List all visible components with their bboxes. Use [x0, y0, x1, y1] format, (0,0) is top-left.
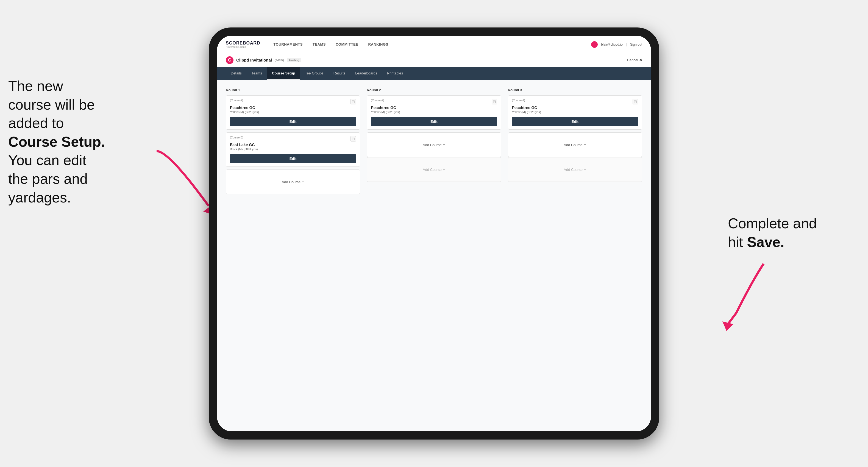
user-avatar [591, 41, 598, 48]
round2-course-a-delete-button[interactable]: ⊡ [492, 99, 497, 104]
right-annotation: Complete and hit Save. [728, 214, 860, 251]
arrow-right-icon [692, 258, 775, 335]
scoreboard-logo: SCOREBOARD Powered by clippd [226, 41, 260, 48]
tablet-screen: SCOREBOARD Powered by clippd TOURNAMENTS… [217, 36, 651, 431]
round1-course-b-delete-button[interactable]: ⊡ [350, 136, 356, 142]
round2-add-course-disabled-text: Add Course + [423, 167, 445, 172]
round1-course-b-header: (Course B) ⊡ [230, 136, 356, 142]
round2-add-course-active-text: Add Course + [423, 142, 445, 147]
round1-course-a-edit-button[interactable]: Edit [230, 117, 356, 126]
round1-course-a-header: (Course A) ⊡ [230, 99, 356, 104]
tab-details[interactable]: Details [226, 67, 247, 80]
round2-add-course-disabled: Add Course + [367, 157, 501, 182]
round-2-label: Round 2 [367, 88, 501, 92]
nav-item-teams[interactable]: TEAMS [313, 41, 326, 48]
round1-course-a-tee: Yellow (M) (6629 yds) [230, 111, 356, 114]
tournament-info: C Clippd Invitational (Men) Hosting [226, 56, 301, 64]
nav-separator: | [626, 42, 627, 46]
round3-course-a-tee: Yellow (M) (6629 yds) [512, 111, 638, 114]
nav-right: blair@clippd.io | Sign out [591, 41, 642, 48]
nav-item-committee[interactable]: COMMITTEE [336, 41, 359, 48]
round-1-column: Round 1 (Course A) ⊡ Peachtree GC Yellow… [226, 88, 360, 194]
tab-leaderboard[interactable]: Leaderboards [350, 67, 382, 80]
rounds-grid: Round 1 (Course A) ⊡ Peachtree GC Yellow… [226, 88, 642, 194]
clippd-logo: C [226, 56, 234, 64]
round1-course-a-label: (Course A) [230, 99, 243, 102]
round2-add-course-active-button[interactable]: Add Course + [367, 132, 501, 157]
round1-course-b-card: (Course B) ⊡ East Lake GC Black (M) (689… [226, 132, 360, 167]
nav-item-rankings[interactable]: RANKINGS [368, 41, 388, 48]
main-content: Round 1 (Course A) ⊡ Peachtree GC Yellow… [217, 80, 651, 431]
round-3-label: Round 3 [508, 88, 642, 92]
tab-bar: Details Teams Course Setup Tee Groups Re… [217, 67, 651, 80]
user-email: blair@clippd.io [601, 42, 623, 46]
tab-course-setup[interactable]: Course Setup [267, 67, 300, 80]
tab-teams[interactable]: Teams [247, 67, 267, 80]
round1-course-b-label: (Course B) [230, 136, 243, 139]
round2-course-a-tee: Yellow (M) (6629 yds) [371, 111, 497, 114]
cancel-x-icon: ✕ [639, 58, 642, 62]
round1-course-b-edit-button[interactable]: Edit [230, 154, 356, 163]
round2-course-a-header: (Course A) ⊡ [371, 99, 497, 104]
tab-results[interactable]: Results [329, 67, 350, 80]
tablet-device: SCOREBOARD Powered by clippd TOURNAMENTS… [209, 28, 659, 439]
left-annotation: The new course will be added to Course S… [8, 77, 167, 207]
round3-course-a-edit-button[interactable]: Edit [512, 117, 638, 126]
round3-add-course-disabled: Add Course + [508, 157, 642, 182]
cancel-button[interactable]: Cancel ✕ [627, 58, 642, 62]
round3-course-a-name: Peachtree GC [512, 105, 638, 110]
svg-marker-1 [722, 321, 734, 331]
brand-name: SCOREBOARD [226, 41, 260, 45]
round2-course-a-edit-button[interactable]: Edit [371, 117, 497, 126]
nav-item-tournaments[interactable]: TOURNAMENTS [274, 41, 303, 48]
top-nav: SCOREBOARD Powered by clippd TOURNAMENTS… [217, 36, 651, 53]
round1-add-course-text: Add Course + [282, 179, 304, 184]
round-2-column: Round 2 (Course A) ⊡ Peachtree GC Yellow… [367, 88, 501, 194]
round2-course-a-label: (Course A) [371, 99, 384, 102]
round1-course-a-delete-button[interactable]: ⊡ [350, 99, 356, 104]
round1-add-course-button[interactable]: Add Course + [226, 169, 360, 194]
round1-course-a-card: (Course A) ⊡ Peachtree GC Yellow (M) (66… [226, 95, 360, 130]
round2-course-a-card: (Course A) ⊡ Peachtree GC Yellow (M) (66… [367, 95, 501, 130]
round3-course-a-header: (Course A) ⊡ [512, 99, 638, 104]
tournament-name: Clippd Invitational [236, 58, 272, 62]
sub-header: C Clippd Invitational (Men) Hosting Canc… [217, 53, 651, 67]
tab-tee-groups[interactable]: Tee Groups [300, 67, 329, 80]
round3-add-course-disabled-text: Add Course + [564, 167, 586, 172]
tournament-gender: (Men) [275, 58, 284, 62]
round1-course-b-name: East Lake GC [230, 143, 356, 147]
nav-items: TOURNAMENTS TEAMS COMMITTEE RANKINGS [274, 41, 580, 48]
round3-course-a-card: (Course A) ⊡ Peachtree GC Yellow (M) (66… [508, 95, 642, 130]
round3-course-a-label: (Course A) [512, 99, 525, 102]
round1-course-a-name: Peachtree GC [230, 105, 356, 110]
round3-add-course-active-text: Add Course + [564, 142, 586, 147]
round1-course-b-tee: Black (M) (6891 yds) [230, 148, 356, 151]
powered-by: Powered by clippd [226, 45, 260, 48]
sign-out-link[interactable]: Sign out [630, 42, 642, 46]
round3-add-course-active-button[interactable]: Add Course + [508, 132, 642, 157]
round-1-label: Round 1 [226, 88, 360, 92]
round-3-column: Round 3 (Course A) ⊡ Peachtree GC Yellow… [508, 88, 642, 194]
hosting-badge: Hosting [287, 58, 301, 62]
round2-course-a-name: Peachtree GC [371, 105, 497, 110]
tab-printables[interactable]: Printables [382, 67, 408, 80]
round3-course-a-delete-button[interactable]: ⊡ [632, 99, 638, 104]
